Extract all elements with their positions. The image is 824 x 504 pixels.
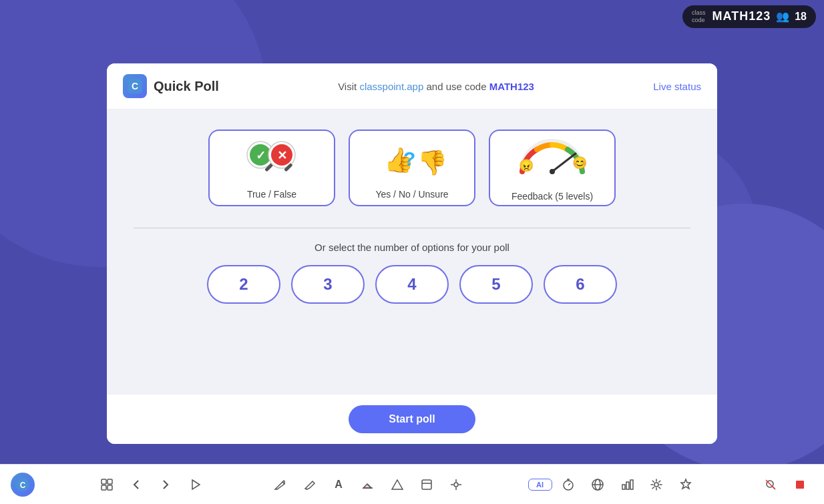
play-button[interactable] bbox=[182, 471, 208, 498]
participant-count: 18 bbox=[795, 11, 807, 23]
yes-no-unsure-card[interactable]: 👍 ? 👎 Yes / No / Unsure bbox=[349, 130, 475, 206]
true-false-icon: ✓ ✕ bbox=[242, 136, 302, 181]
toolbar-nav-group bbox=[93, 471, 208, 498]
svg-line-24 bbox=[305, 489, 307, 489]
classpoint-url[interactable]: classpoint.app bbox=[359, 81, 423, 92]
back-button[interactable] bbox=[123, 471, 150, 498]
poll-code: MATH123 bbox=[489, 81, 534, 92]
svg-rect-44 bbox=[630, 480, 633, 489]
chart-button[interactable] bbox=[614, 471, 640, 498]
svg-line-38 bbox=[568, 483, 570, 485]
yes-no-unsure-icon: 👍 ? 👎 bbox=[379, 136, 445, 181]
svg-rect-43 bbox=[626, 482, 629, 489]
timer-button[interactable] bbox=[555, 471, 582, 498]
modal-header-left: C Quick Poll bbox=[123, 74, 219, 98]
svg-marker-27 bbox=[392, 480, 403, 489]
toolbar-cp-logo[interactable]: C bbox=[11, 473, 35, 497]
modal-header: C Quick Poll Visit classpoint.app and us… bbox=[107, 63, 717, 109]
svg-text:C: C bbox=[20, 481, 26, 490]
visit-text: Visit bbox=[338, 81, 357, 92]
feedback-icon: 😠 😊 bbox=[516, 135, 589, 183]
svg-rect-20 bbox=[108, 479, 112, 484]
svg-text:😠: 😠 bbox=[519, 158, 534, 173]
shapes-button[interactable] bbox=[384, 471, 411, 498]
class-code: MATH123 bbox=[712, 9, 771, 23]
option-6-button[interactable]: 6 bbox=[544, 265, 617, 304]
laser-button[interactable] bbox=[443, 471, 469, 498]
svg-marker-46 bbox=[681, 479, 690, 489]
classpoint-logo: C bbox=[123, 74, 147, 98]
true-false-label: True / False bbox=[247, 189, 296, 200]
and-code-text: and use code bbox=[426, 81, 489, 92]
stop-record-button[interactable] bbox=[787, 471, 813, 498]
people-icon: 👥 bbox=[776, 10, 789, 23]
award-button[interactable] bbox=[672, 471, 699, 498]
feedback-label: Feedback (5 levels) bbox=[511, 191, 593, 202]
number-buttons-row: 2 3 4 5 6 bbox=[207, 265, 617, 304]
svg-text:😊: 😊 bbox=[572, 156, 588, 170]
grid-view-button[interactable] bbox=[93, 471, 120, 498]
svg-text:✕: ✕ bbox=[277, 149, 287, 162]
highlighter-button[interactable] bbox=[296, 471, 323, 498]
svg-text:C: C bbox=[132, 81, 138, 91]
yes-no-unsure-label: Yes / No / Unsure bbox=[375, 189, 448, 200]
svg-rect-22 bbox=[108, 485, 112, 490]
poll-type-options: ✓ ✕ True / False 👍 bbox=[208, 130, 616, 206]
toolbar-left: C bbox=[11, 473, 35, 497]
option-3-button[interactable]: 3 bbox=[291, 265, 365, 304]
settings-button[interactable] bbox=[643, 471, 670, 498]
svg-text:?: ? bbox=[403, 148, 415, 170]
svg-text:👎: 👎 bbox=[417, 148, 445, 176]
number-select-label: Or select the number of options for your… bbox=[315, 242, 509, 253]
modal-title: Quick Poll bbox=[154, 79, 219, 94]
ai-tool-button[interactable]: AI bbox=[528, 479, 552, 491]
pen-button[interactable] bbox=[266, 471, 293, 498]
svg-rect-19 bbox=[101, 479, 106, 484]
text-tool-button[interactable]: A bbox=[325, 471, 352, 498]
modal-footer: Start poll bbox=[107, 394, 717, 444]
live-status-button[interactable]: Live status bbox=[653, 81, 701, 92]
svg-rect-28 bbox=[422, 480, 431, 489]
sticky-button[interactable] bbox=[413, 471, 440, 498]
option-4-button[interactable]: 4 bbox=[375, 265, 449, 304]
forward-button[interactable] bbox=[152, 471, 179, 498]
svg-point-45 bbox=[654, 483, 658, 487]
true-false-card[interactable]: ✓ ✕ True / False bbox=[208, 130, 335, 206]
option-5-button[interactable]: 5 bbox=[459, 265, 533, 304]
globe-button[interactable] bbox=[584, 471, 611, 498]
bottom-toolbar: C bbox=[0, 464, 824, 504]
svg-point-16 bbox=[550, 169, 555, 174]
svg-rect-50 bbox=[796, 481, 804, 489]
class-code-label: classcode bbox=[692, 9, 706, 24]
svg-marker-23 bbox=[192, 480, 200, 489]
toolbar-tools-group: AI bbox=[528, 471, 699, 498]
option-2-button[interactable]: 2 bbox=[207, 265, 280, 304]
start-poll-button[interactable]: Start poll bbox=[349, 405, 475, 433]
svg-text:✓: ✓ bbox=[256, 149, 266, 162]
toolbar-draw-group: A bbox=[266, 471, 469, 498]
top-class-bar: classcode MATH123 👥 18 bbox=[682, 5, 816, 28]
svg-rect-42 bbox=[622, 485, 625, 489]
section-divider bbox=[134, 228, 690, 228]
svg-point-30 bbox=[454, 483, 458, 487]
search-hide-button[interactable] bbox=[757, 471, 784, 498]
modal-header-center: Visit classpoint.app and use code MATH12… bbox=[338, 81, 534, 92]
quick-poll-modal: C Quick Poll Visit classpoint.app and us… bbox=[107, 63, 717, 444]
eraser-button[interactable] bbox=[355, 471, 381, 498]
svg-rect-21 bbox=[101, 485, 106, 490]
feedback-card[interactable]: 😠 😊 Feedback (5 levels) bbox=[489, 130, 616, 206]
modal-body: ✓ ✕ True / False 👍 bbox=[107, 109, 717, 394]
toolbar-right bbox=[757, 471, 813, 498]
